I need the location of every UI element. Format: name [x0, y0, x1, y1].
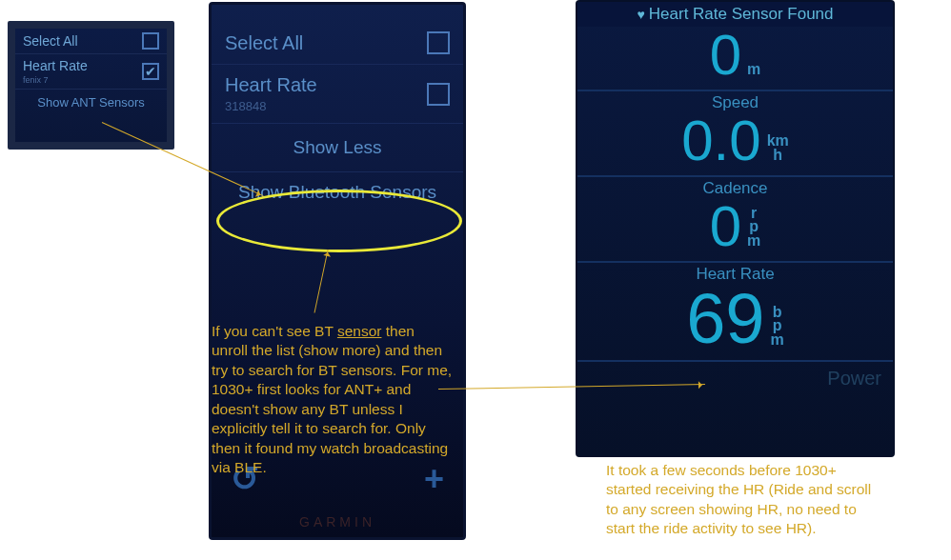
select-all-checkbox[interactable] [142, 32, 159, 50]
mid-select-all-checkbox[interactable] [427, 31, 450, 54]
right-bottom-row: Power [577, 362, 893, 395]
heart-rate-device: fenix 7 [23, 75, 88, 85]
cad-unit-m: m [747, 234, 760, 248]
hr-unit-m: m [771, 333, 784, 347]
heart-rate-checkbox[interactable]: ✔ [142, 63, 159, 80]
power-label: Power [827, 368, 881, 390]
mid-select-all-row[interactable]: Select All [212, 22, 463, 65]
speed-unit-h: h [767, 149, 789, 162]
mid-hr-id: 318848 [225, 99, 317, 113]
small-device-screen: Select All Heart Rate fenix 7 ✔ Show ANT… [8, 21, 174, 150]
heart-rate-label: Heart Rate fenix 7 [23, 58, 88, 85]
distance-metric: 0 m [577, 27, 893, 91]
highlight-ellipse [216, 190, 462, 252]
distance-value: 0 [710, 27, 741, 84]
heart-icon: ♥ [637, 7, 644, 22]
show-less-button[interactable]: Show Less [212, 124, 463, 172]
heart-rate-row[interactable]: Heart Rate fenix 7 ✔ [15, 54, 167, 90]
annot-mid-sensor: sensor [337, 323, 382, 339]
annot-mid-2: then unroll the list (show more) and the… [212, 323, 452, 475]
select-all-row[interactable]: Select All [15, 29, 167, 54]
annot-right-text: It took a few seconds before 1030+ start… [606, 462, 871, 536]
cadence-unit: r p m [747, 207, 760, 248]
show-ant-sensors-button[interactable]: Show ANT Sensors [15, 90, 167, 115]
annotation-mid: If you can't see BT sensor then unroll t… [212, 322, 455, 478]
hr-banner-text: Heart Rate Sensor Found [649, 5, 834, 23]
right-device-screen: ♥Heart Rate Sensor Found 0 m Speed 0.0 k… [576, 0, 895, 457]
garmin-logo: GARMIN [212, 514, 463, 530]
mid-heart-rate-row[interactable]: Heart Rate 318848 [212, 65, 463, 124]
speed-metric: Speed 0.0 km h [577, 91, 893, 177]
mid-hr-checkbox[interactable] [427, 83, 450, 106]
cadence-value: 0 [710, 198, 741, 255]
mid-heart-rate-label: Heart Rate 318848 [225, 74, 317, 113]
mid-select-all-label: Select All [225, 32, 303, 54]
distance-unit: m [747, 63, 760, 76]
mid-hr-text: Heart Rate [225, 74, 317, 95]
select-all-label: Select All [23, 33, 78, 49]
speed-unit: km h [767, 134, 789, 162]
annot-mid-1: If you can't see BT [212, 323, 337, 339]
cadence-metric: Cadence 0 r p m [577, 177, 893, 263]
heart-rate-metric: Heart Rate 69 b p m [577, 263, 893, 362]
heart-rate-text: Heart Rate [23, 58, 88, 73]
speed-value: 0.0 [681, 112, 760, 170]
hr-unit: b p m [771, 306, 784, 347]
annotation-right: It took a few seconds before 1030+ start… [606, 461, 882, 539]
hr-value: 69 [686, 284, 764, 354]
